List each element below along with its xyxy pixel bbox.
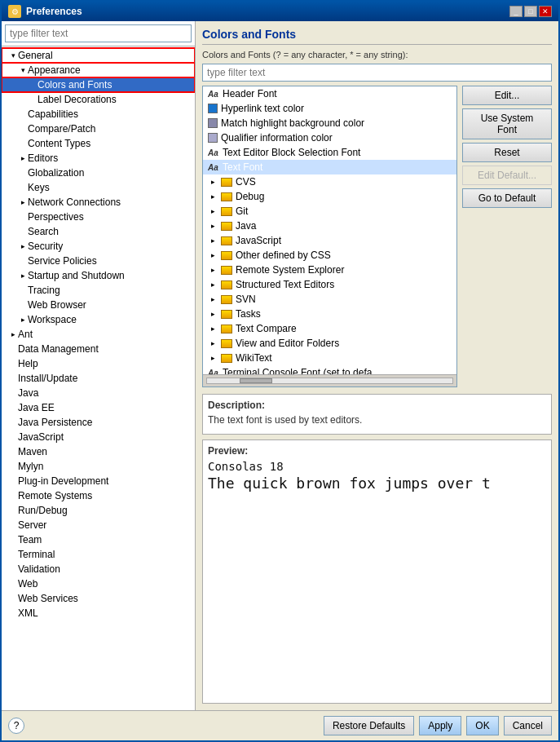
sidebar-item-security[interactable]: Security [2,239,195,254]
font-list-item[interactable]: Java [203,219,456,233]
apply-button[interactable]: Apply [419,716,461,735]
font-list-item[interactable]: AaText Editor Block Selection Font [203,145,456,160]
sidebar-item-compare-patch[interactable]: Compare/Patch [2,121,195,136]
font-list-item[interactable]: Git [203,204,456,219]
bottom-bar: ? Restore Defaults Apply OK Cancel [2,710,558,740]
font-list-item[interactable]: WikiText [203,351,456,365]
sidebar-filter-input[interactable] [5,24,192,42]
right-panel: Colors and Fonts Colors and Fonts (? = a… [196,21,558,710]
h-scroll-thumb[interactable] [240,378,272,383]
font-list-item[interactable]: Structured Text Editors [203,277,456,292]
sidebar-item-mylyn[interactable]: Mylyn [2,459,195,474]
bottom-right-buttons: Restore Defaults Apply OK Cancel [324,716,552,735]
sidebar-item-label: Ant [18,329,33,340]
folder-arrow-icon [208,222,218,230]
sidebar-item-globalization[interactable]: Globalization [2,166,195,180]
sidebar: GeneralAppearanceColors and FontsLabel D… [2,21,196,710]
sidebar-item-xml[interactable]: XML [2,606,195,621]
sidebar-item-label: Workspace [28,314,77,325]
restore-defaults-button[interactable]: Restore Defaults [324,716,414,735]
sidebar-item-label: Search [28,226,59,237]
font-list[interactable]: AaHeader FontHyperlink text colorMatch h… [203,86,456,374]
font-list-item[interactable]: Tasks [203,307,456,321]
sidebar-item-run-debug[interactable]: Run/Debug [2,503,195,518]
sidebar-item-java[interactable]: Java [2,386,195,400]
folder-arrow-icon [208,295,218,303]
panel-filter-input[interactable] [202,64,552,82]
sidebar-item-label: Team [18,534,42,545]
sidebar-item-web[interactable]: Web [2,576,195,591]
close-button[interactable]: ✕ [539,6,552,17]
folder-icon [221,280,232,289]
font-list-item[interactable]: Other defined by CSS [203,248,456,263]
reset-button[interactable]: Reset [462,143,552,162]
cancel-button[interactable]: Cancel [504,716,552,735]
sidebar-item-appearance[interactable]: Appearance [2,63,195,77]
font-list-item[interactable]: CVS [203,174,456,189]
font-aa-icon: Aa [208,163,219,172]
sidebar-item-java-ee[interactable]: Java EE [2,400,195,415]
sidebar-item-search[interactable]: Search [2,224,195,239]
sidebar-item-content-types[interactable]: Content Types [2,136,195,151]
font-item-label: Git [236,205,248,217]
sidebar-item-general[interactable]: General [2,48,195,63]
window-icon: ⚙ [8,5,21,18]
sidebar-item-javascript[interactable]: JavaScript [2,430,195,444]
font-list-item[interactable]: Match highlight background color [203,116,456,130]
sidebar-item-help[interactable]: Help [2,356,195,371]
sidebar-item-terminal[interactable]: Terminal [2,547,195,562]
sidebar-item-service-policies[interactable]: Service Policies [2,254,195,268]
sidebar-tree: GeneralAppearanceColors and FontsLabel D… [2,46,195,710]
folder-icon [221,354,232,363]
expand-arrow [18,66,28,74]
help-button[interactable]: ? [8,718,24,734]
window-title: Preferences [26,6,82,17]
sidebar-item-keys[interactable]: Keys [2,180,195,195]
font-list-item[interactable]: View and Editor Folders [203,336,456,351]
sidebar-item-label: Server [18,519,46,531]
font-list-item[interactable]: Hyperlink text color [203,101,456,116]
sidebar-item-capabilities[interactable]: Capabilities [2,107,195,121]
sidebar-item-label: XML [18,607,38,619]
sidebar-item-plugin-development[interactable]: Plug-in Development [2,474,195,488]
sidebar-item-startup-shutdown[interactable]: Startup and Shutdown [2,268,195,283]
font-list-item[interactable]: Qualifier information color [203,130,456,145]
sidebar-item-maven[interactable]: Maven [2,444,195,459]
sidebar-item-server[interactable]: Server [2,518,195,532]
sidebar-item-java-persistence[interactable]: Java Persistence [2,415,195,430]
font-list-item[interactable]: Debug [203,189,456,204]
font-list-item[interactable]: AaHeader Font [203,86,456,101]
sidebar-item-install-update[interactable]: Install/Update [2,371,195,386]
go-to-default-button[interactable]: Go to Default [462,188,552,208]
font-list-item[interactable]: Text Compare [203,321,456,336]
sidebar-item-perspectives[interactable]: Perspectives [2,210,195,224]
sidebar-item-team[interactable]: Team [2,532,195,547]
font-list-item[interactable]: JavaScript [203,233,456,248]
maximize-button[interactable]: □ [524,6,537,17]
font-list-item[interactable]: AaText Font [203,160,456,174]
edit-button[interactable]: Edit... [462,86,552,105]
sidebar-item-label-decorations[interactable]: Label Decorations [2,92,195,107]
horizontal-scrollbar[interactable] [203,374,456,386]
sidebar-item-workspace[interactable]: Workspace [2,312,195,327]
sidebar-item-remote-systems[interactable]: Remote Systems [2,488,195,503]
sidebar-item-web-browser[interactable]: Web Browser [2,298,195,312]
font-aa-icon: Aa [208,369,219,375]
font-list-item[interactable]: SVN [203,292,456,307]
ok-button[interactable]: OK [466,716,498,735]
font-list-item[interactable]: Remote System Explorer [203,263,456,277]
font-item-label: SVN [236,294,256,305]
sidebar-item-colors-fonts[interactable]: Colors and Fonts [2,77,195,92]
sidebar-item-network-connections[interactable]: Network Connections [2,195,195,210]
sidebar-item-data-management[interactable]: Data Management [2,342,195,356]
sidebar-item-label: Java Persistence [18,417,92,428]
sidebar-item-tracing[interactable]: Tracing [2,283,195,298]
sidebar-item-ant[interactable]: Ant [2,327,195,342]
font-list-item[interactable]: AaTerminal Console Font (set to defa... [203,365,456,374]
sidebar-item-label: Capabilities [28,108,78,120]
sidebar-item-validation[interactable]: Validation [2,562,195,576]
sidebar-item-web-services[interactable]: Web Services [2,591,195,606]
use-system-font-button[interactable]: Use System Font [462,108,552,139]
sidebar-item-editors[interactable]: Editors [2,151,195,166]
minimize-button[interactable]: _ [509,6,523,17]
